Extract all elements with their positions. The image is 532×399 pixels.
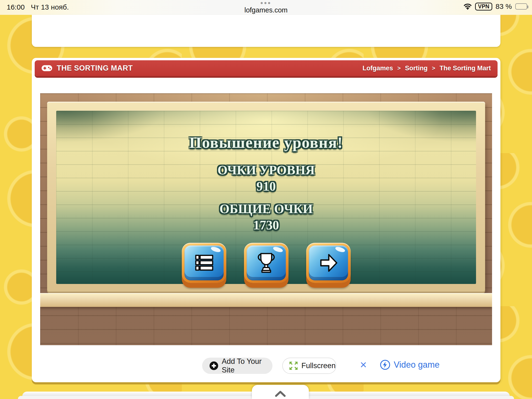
address-bar[interactable]: lofgames.com [0,6,532,14]
breadcrumb: Lofgames > Sorting > The Sorting Mart [362,65,491,72]
game-title: THE SORTING MART [57,64,133,72]
page-dots-icon[interactable]: ••• [0,0,532,6]
scroll-up-tab[interactable] [252,385,309,399]
add-to-site-button[interactable]: Add To Your Site [202,358,272,374]
game-buttons-row [40,243,492,283]
levelup-headline: Повышение уровня! [40,133,492,152]
close-icon[interactable]: × [360,359,367,371]
wifi-icon [464,3,472,10]
vpn-badge: VPN [475,3,492,11]
next-arrow-icon [317,251,340,274]
level-points-label: ОЧКИ УРОВНЯ [40,163,492,177]
fullscreen-button[interactable]: Fullscreen [282,358,336,374]
list-icon [193,251,215,274]
achievements-button[interactable] [244,243,288,283]
game-canvas: Повышение уровня! ОЧКИ УРОВНЯ 910 ОБЩИЕ … [40,93,492,345]
lightning-icon [380,360,390,370]
board-ledge [40,293,492,307]
video-game-label: Video game [394,360,439,370]
breadcrumb-lofgames[interactable]: Lofgames [362,65,393,72]
next-level-button[interactable] [306,243,351,283]
gamepad-icon [41,65,52,71]
breadcrumb-separator: > [432,65,435,71]
total-points-label: ОБЩИЕ ОЧКИ [40,201,492,216]
game-header-bar: THE SORTING MART Lofgames > Sorting > Th… [35,60,498,76]
footer-controls: Add To Your Site Fullscreen × Vide [32,358,500,377]
breadcrumb-current[interactable]: The Sorting Mart [440,65,491,72]
fullscreen-label: Fullscreen [301,361,336,370]
fullscreen-icon [289,361,298,370]
chevron-up-icon [274,388,287,399]
level-points-value: 910 [40,179,492,194]
breadcrumb-separator: > [397,65,401,71]
main-content-card: THE SORTING MART Lofgames > Sorting > Th… [32,58,500,382]
total-points-value: 1730 [40,218,492,233]
video-game-link[interactable]: Video game [380,360,439,370]
top-content-card [32,15,500,47]
menu-button[interactable] [182,243,226,283]
add-to-site-label: Add To Your Site [222,357,265,374]
battery-icon [515,3,527,10]
breadcrumb-sorting[interactable]: Sorting [405,65,428,72]
status-bar: 16:00 Чт 13 нояб. ••• lofgames.com VPN 8… [0,0,532,15]
battery-percent: 83 % [496,2,512,11]
trophy-icon [255,251,278,274]
plus-circle-icon [209,361,218,370]
